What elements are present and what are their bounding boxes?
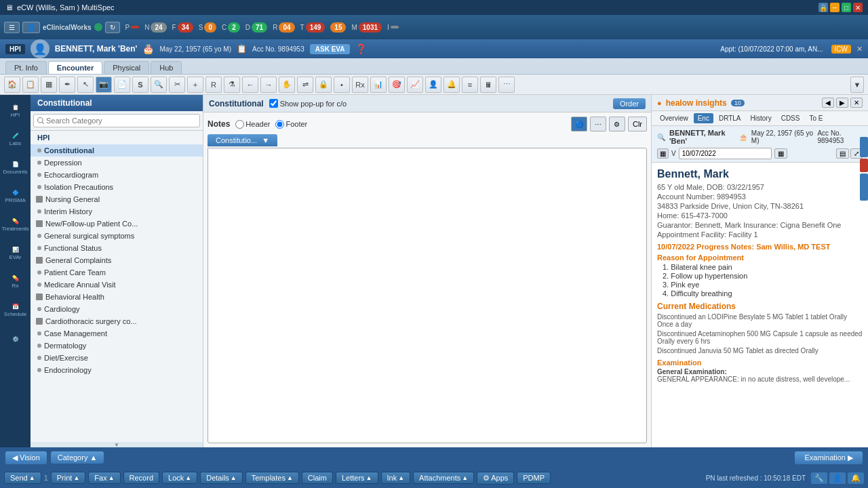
cat-item-cardiology[interactable]: Cardiology <box>31 303 203 315</box>
notes-blue-btn[interactable]: 🔵 <box>571 117 587 131</box>
maximize-button[interactable]: □ <box>842 3 851 12</box>
tool-s-btn[interactable]: S <box>132 77 149 93</box>
cat-item-functional[interactable]: Functional Status <box>31 242 203 254</box>
letters-button[interactable]: Letters ▲ <box>336 472 378 484</box>
search-input[interactable] <box>33 114 200 127</box>
tool-target-btn[interactable]: 🎯 <box>389 77 405 93</box>
apps-button[interactable]: ⚙ Apps <box>477 472 514 485</box>
notes-settings-btn[interactable]: ⚙ <box>609 117 625 131</box>
fax-button[interactable]: Fax ▲ <box>88 472 120 484</box>
healow-close-btn[interactable]: ✕ <box>850 98 863 108</box>
tool-graph-btn[interactable]: 📈 <box>407 77 423 93</box>
tool-transfer-btn[interactable]: ⇌ <box>297 77 313 93</box>
icw-badge[interactable]: ICW <box>831 45 851 54</box>
sidebar-item-evar[interactable]: 📊 EVAr <box>2 240 29 267</box>
footer-bell-icon[interactable]: 🔔 <box>848 472 864 484</box>
notes-dots-btn[interactable]: ⋯ <box>590 117 606 131</box>
tool-doc-btn[interactable]: 📄 <box>114 77 130 93</box>
tool-home-btn[interactable]: 🏠 <box>4 77 20 93</box>
tool-arrow-btn[interactable]: ← <box>242 77 258 93</box>
refresh-button[interactable]: ↻ <box>105 22 120 33</box>
healow-list-view-btn[interactable]: ▤ <box>836 148 849 159</box>
healow-next-btn[interactable]: ▶ <box>836 98 848 108</box>
healow-date-input[interactable] <box>679 148 772 159</box>
attachments-button[interactable]: Attachments ▲ <box>413 472 474 484</box>
tab-hub[interactable]: Hub <box>151 61 182 74</box>
tool-list-btn[interactable]: ≡ <box>462 77 478 93</box>
clr-button[interactable]: Clr <box>628 117 647 131</box>
healow-date-grid-btn[interactable]: ▦ <box>774 148 787 159</box>
vision-button[interactable]: ◀ Vision <box>5 451 47 464</box>
healow-search-icon[interactable]: 🔍 <box>657 134 665 141</box>
tool-bell-btn[interactable]: 🔔 <box>443 77 460 93</box>
cat-item-diet[interactable]: Diet/Exercise <box>31 352 203 364</box>
close-button[interactable]: ✕ <box>853 3 863 12</box>
menu-button[interactable]: ☰ <box>4 22 20 33</box>
healow-grid-btn[interactable]: ▦ <box>657 148 669 159</box>
healow-tab-drtla[interactable]: DRTLA <box>715 113 745 123</box>
lock-footer-button[interactable]: Lock ▲ <box>162 472 197 484</box>
notes-editor[interactable] <box>208 148 647 443</box>
footer-radio-label[interactable]: Footer <box>275 120 307 129</box>
ask-eva-button[interactable]: ASK EVA <box>310 44 351 54</box>
cat-item-patient-care[interactable]: Patient Care Team <box>31 266 203 279</box>
cat-item-followup[interactable]: New/Follow-up Patient Co... <box>31 218 203 230</box>
footer-radio[interactable] <box>275 120 284 129</box>
cat-item-constitutional[interactable]: Constitutional <box>31 144 203 157</box>
healow-tab-to-e[interactable]: To E <box>805 113 827 123</box>
tool-calc-btn[interactable]: 🖩 <box>480 77 496 93</box>
cat-item-cardiothoracic[interactable]: Cardiothoracic surgery co... <box>31 315 203 327</box>
tool-r-btn[interactable]: R <box>205 77 222 93</box>
sidebar-item-prisma[interactable]: 🔷 PRISMA <box>2 183 29 210</box>
tool-grid-btn[interactable]: ▦ <box>41 77 57 93</box>
tool-search-btn[interactable]: 🔍 <box>151 77 167 93</box>
cat-item-echocardiogram[interactable]: Echocardiogram <box>31 169 203 181</box>
details-button[interactable]: Details ▲ <box>200 472 243 484</box>
sidebar-item-schedule[interactable]: 📅 Schedule <box>2 297 29 324</box>
cat-item-depression[interactable]: Depression <box>31 157 203 169</box>
user-icon-btn[interactable]: 👤 <box>22 22 40 33</box>
cat-item-endocrinology[interactable]: Endocrinology <box>31 364 203 376</box>
cat-item-behavioral[interactable]: Behavioral Health <box>31 291 203 303</box>
cat-item-interim[interactable]: Interim History <box>31 205 203 218</box>
minimize-button[interactable]: ─ <box>830 3 840 12</box>
tool-cursor-btn[interactable]: ↖ <box>77 77 94 93</box>
cat-item-complaints[interactable]: General Complaints <box>31 254 203 266</box>
tool-rx-btn[interactable]: Rx <box>352 77 368 93</box>
tab-physical[interactable]: Physical <box>104 61 149 74</box>
send-button[interactable]: Send ▲ <box>4 472 41 484</box>
close-patient-icon[interactable]: ✕ <box>856 45 863 54</box>
cat-item-nursing[interactable]: Nursing General <box>31 193 203 205</box>
healow-tab-cdss[interactable]: CDSS <box>777 113 804 123</box>
tool-camera-btn[interactable]: 📷 <box>96 77 112 93</box>
footer-icon-1[interactable]: 🔧 <box>811 472 827 484</box>
healow-tab-history[interactable]: History <box>747 113 776 123</box>
header-radio-label[interactable]: Header <box>235 120 270 129</box>
tab-pt-info[interactable]: Pt. Info <box>5 61 47 74</box>
tool-hand-btn[interactable]: ✋ <box>279 77 295 93</box>
cat-item-isolation[interactable]: Isolation Precautions <box>31 181 203 193</box>
tool-scissors-btn[interactable]: ✂ <box>169 77 185 93</box>
templates-button[interactable]: Templates ▲ <box>245 472 299 484</box>
cat-item-medicare[interactable]: Medicare Annual Visit <box>31 279 203 291</box>
footer-icon-2[interactable]: 👤 <box>829 472 846 484</box>
order-button[interactable]: Order <box>613 98 646 109</box>
claim-button[interactable]: Claim <box>302 472 333 484</box>
cat-item-case-management[interactable]: Case Management <box>31 327 203 340</box>
record-button[interactable]: Record <box>123 472 159 484</box>
tool-copy-btn[interactable]: 📋 <box>22 77 39 93</box>
healow-tab-enc[interactable]: Enc <box>694 113 713 123</box>
tool-lock-btn[interactable]: 🔒 <box>315 77 332 93</box>
tool-more-btn[interactable]: ⋯ <box>498 77 515 93</box>
sidebar-item-hpi[interactable]: 📋 HPI <box>2 98 29 125</box>
sidebar-item-rx[interactable]: 💊 Rx <box>2 268 29 296</box>
tool-arrow2-btn[interactable]: → <box>260 77 277 93</box>
cat-item-dermatology[interactable]: Dermatology <box>31 340 203 352</box>
print-button[interactable]: Print ▲ <box>51 472 86 484</box>
ink-button[interactable]: Ink ▲ <box>381 472 411 484</box>
tab-encounter[interactable]: Encounter <box>48 61 102 74</box>
examination-button[interactable]: Examination ▶ <box>795 451 863 464</box>
help-icon[interactable]: ❓ <box>355 43 367 54</box>
healow-prev-btn[interactable]: ◀ <box>822 98 834 108</box>
lock-button[interactable]: 🔒 <box>818 3 828 12</box>
